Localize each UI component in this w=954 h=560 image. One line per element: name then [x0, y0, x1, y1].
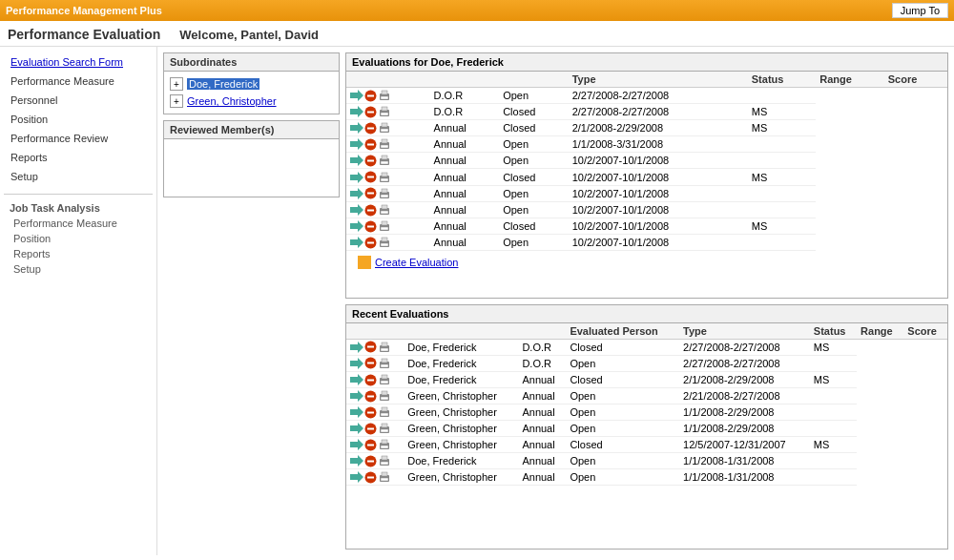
eval-col-header	[346, 72, 430, 88]
green-arrow-icon[interactable]	[350, 438, 363, 451]
table-row[interactable]: AnnualOpen10/2/2007-10/1/2008	[346, 185, 947, 201]
table-row[interactable]: Doe, FrederickAnnualClosed2/1/2008-2/29/…	[346, 371, 947, 387]
reviewed-members-header: Reviewed Member(s)	[164, 121, 339, 139]
green-arrow-icon[interactable]	[350, 236, 363, 249]
sidebar-sub-position[interactable]: Position	[4, 231, 153, 246]
red-circle-icon[interactable]	[364, 471, 377, 485]
green-arrow-icon[interactable]	[350, 373, 363, 386]
tree-label[interactable]: Doe, Frederick	[187, 78, 259, 90]
green-arrow-icon[interactable]	[350, 187, 363, 200]
green-arrow-icon[interactable]	[350, 219, 363, 233]
red-circle-icon[interactable]	[364, 219, 377, 233]
printer-icon[interactable]	[378, 341, 391, 354]
red-circle-icon[interactable]	[364, 357, 377, 370]
printer-icon[interactable]	[378, 170, 391, 183]
printer-icon[interactable]	[378, 187, 391, 200]
sidebar-item-performance-review[interactable]: Performance Review	[4, 129, 153, 148]
table-row[interactable]: Green, ChristopherAnnualClosed12/5/2007-…	[346, 437, 947, 453]
green-arrow-icon[interactable]	[350, 137, 363, 151]
printer-icon[interactable]	[378, 454, 391, 467]
green-arrow-icon[interactable]	[350, 105, 363, 118]
sidebar-item-position[interactable]: Position	[4, 110, 153, 129]
jump-to-button[interactable]: Jump To	[892, 3, 948, 18]
printer-icon[interactable]	[378, 389, 391, 403]
red-circle-icon[interactable]	[364, 236, 377, 249]
table-row[interactable]: D.O.RClosed2/27/2008-2/27/2008MS	[346, 104, 947, 120]
red-circle-icon[interactable]	[364, 373, 377, 386]
printer-icon[interactable]	[378, 154, 391, 167]
sidebar-sub-setup[interactable]: Setup	[4, 261, 153, 277]
table-row[interactable]: AnnualOpen10/2/2007-10/1/2008	[346, 234, 947, 250]
table-row[interactable]: Doe, FrederickD.O.RClosed2/27/2008-2/27/…	[346, 339, 947, 355]
table-row[interactable]: Doe, FrederickAnnualOpen1/1/2008-1/31/20…	[346, 453, 947, 469]
printer-icon[interactable]	[378, 236, 391, 249]
printer-icon[interactable]	[378, 405, 391, 419]
red-circle-icon[interactable]	[364, 171, 377, 184]
red-circle-icon[interactable]	[364, 405, 377, 419]
sidebar-item-evaluation-search-form[interactable]: Evaluation Search Form	[4, 52, 153, 72]
green-arrow-icon[interactable]	[350, 170, 363, 183]
table-row[interactable]: Doe, FrederickD.O.ROpen2/27/2008-2/27/20…	[346, 355, 947, 371]
table-row[interactable]: AnnualOpen10/2/2007-10/1/2008	[346, 201, 947, 218]
printer-icon[interactable]	[378, 203, 391, 217]
green-arrow-icon[interactable]	[350, 89, 363, 102]
green-arrow-icon[interactable]	[350, 121, 363, 135]
green-arrow-icon[interactable]	[350, 470, 363, 484]
table-row[interactable]: Green, ChristopherAnnualOpen1/1/2008-2/2…	[346, 420, 947, 436]
green-arrow-icon[interactable]	[350, 454, 363, 467]
table-row[interactable]: D.O.ROpen2/27/2008-2/27/2008	[346, 88, 947, 104]
sidebar-sub-performance-measure[interactable]: Performance Measure	[4, 216, 153, 231]
printer-icon[interactable]	[378, 137, 391, 151]
red-circle-icon[interactable]	[364, 454, 377, 467]
green-arrow-icon[interactable]	[350, 154, 363, 167]
table-row[interactable]: Green, ChristopherAnnualOpen1/1/2008-2/2…	[346, 404, 947, 420]
table-row[interactable]: AnnualOpen10/2/2007-10/1/2008	[346, 153, 947, 169]
green-arrow-icon[interactable]	[350, 357, 363, 370]
table-row[interactable]: AnnualClosed2/1/2008-2/29/2008MS	[346, 120, 947, 136]
printer-icon[interactable]	[378, 357, 391, 370]
printer-icon[interactable]	[378, 105, 391, 118]
red-circle-icon[interactable]	[364, 203, 377, 217]
red-circle-icon[interactable]	[364, 155, 377, 168]
tree-expand-icon[interactable]: +	[170, 94, 183, 108]
red-circle-icon[interactable]	[364, 187, 377, 200]
sidebar-item-setup[interactable]: Setup	[4, 167, 153, 186]
recent-table-wrapper[interactable]: Evaluated PersonTypeStatusRangeScore Doe…	[346, 323, 947, 550]
green-arrow-icon[interactable]	[350, 389, 363, 403]
printer-icon[interactable]	[378, 121, 391, 135]
tree-expand-icon[interactable]: +	[170, 77, 183, 91]
printer-icon[interactable]	[378, 373, 391, 386]
tree-item[interactable]: +Green, Christopher	[170, 93, 333, 110]
table-row[interactable]: AnnualClosed10/2/2007-10/1/2008MS	[346, 218, 947, 234]
printer-icon[interactable]	[378, 219, 391, 233]
printer-icon[interactable]	[378, 470, 391, 484]
printer-icon[interactable]	[378, 438, 391, 451]
printer-icon[interactable]	[378, 422, 391, 435]
create-evaluation-link[interactable]: Create Evaluation	[352, 253, 464, 272]
red-circle-icon[interactable]	[364, 121, 377, 135]
sidebar-item-personnel[interactable]: Personnel	[4, 91, 153, 110]
table-row[interactable]: Green, ChristopherAnnualOpen1/1/2008-1/3…	[346, 469, 947, 486]
evaluations-table-wrapper[interactable]: TypeStatusRangeScore D.O.ROpen2/27/2008-…	[346, 72, 947, 298]
printer-icon[interactable]	[378, 89, 391, 102]
red-circle-icon[interactable]	[364, 389, 377, 403]
sidebar-item-performance-measure[interactable]: Performance Measure	[4, 72, 153, 91]
sidebar-item-reports[interactable]: Reports	[4, 148, 153, 167]
table-row[interactable]: AnnualClosed10/2/2007-10/1/2008MS	[346, 169, 947, 185]
red-circle-icon[interactable]	[364, 438, 377, 451]
tree-item[interactable]: +Doe, Frederick	[170, 75, 333, 93]
green-arrow-icon[interactable]	[350, 341, 363, 354]
red-circle-icon[interactable]	[364, 341, 377, 354]
tree-label[interactable]: Green, Christopher	[187, 95, 277, 107]
red-circle-icon[interactable]	[364, 105, 377, 118]
red-circle-icon[interactable]	[364, 422, 377, 435]
red-circle-icon[interactable]	[364, 138, 377, 152]
reviewed-members-body	[164, 139, 339, 197]
table-row[interactable]: AnnualOpen1/1/2008-3/31/2008	[346, 136, 947, 153]
table-row[interactable]: Green, ChristopherAnnualOpen2/21/2008-2/…	[346, 387, 947, 404]
green-arrow-icon[interactable]	[350, 405, 363, 419]
green-arrow-icon[interactable]	[350, 203, 363, 217]
sidebar-sub-reports[interactable]: Reports	[4, 246, 153, 261]
red-circle-icon[interactable]	[364, 89, 377, 102]
green-arrow-icon[interactable]	[350, 422, 363, 435]
